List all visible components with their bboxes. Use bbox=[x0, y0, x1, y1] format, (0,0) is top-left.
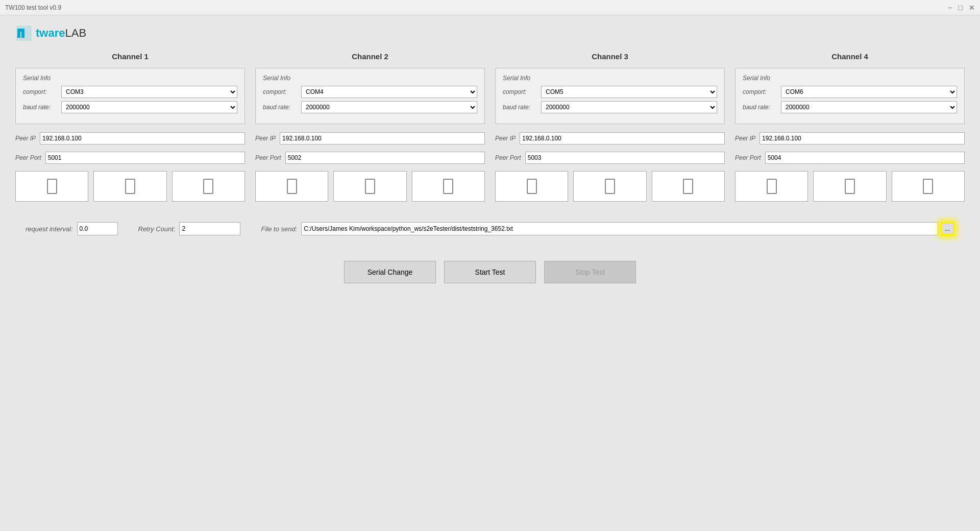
svg-rect-3 bbox=[17, 29, 24, 32]
channel-2-serial-info-label: Serial Info bbox=[263, 75, 477, 82]
channel-4-peerport-input[interactable] bbox=[765, 152, 965, 164]
channel-2-peerport-row: Peer Port bbox=[255, 152, 485, 164]
channel-3-title: Channel 3 bbox=[495, 52, 725, 61]
channel-1-serial-info-box: Serial Info comport: COM3COM1COM2COM4 ba… bbox=[15, 68, 245, 124]
start-test-button[interactable]: Start Test bbox=[444, 261, 536, 283]
channel-2-indicator-1 bbox=[255, 171, 328, 202]
channel-3-comport-label: comport: bbox=[503, 88, 541, 95]
channel-4-indicator-1 bbox=[735, 171, 808, 202]
channel-1-baudrate-label: baud rate: bbox=[23, 104, 61, 111]
file-to-send-label: File to send: bbox=[261, 225, 297, 233]
channel-1-baudrate-row: baud rate: 20000009600115200 bbox=[23, 101, 237, 113]
logo-text: twareLAB bbox=[36, 27, 86, 40]
actions-row: Serial Change Start Test Stop Test bbox=[15, 261, 965, 283]
channel-2-indicator-3 bbox=[412, 171, 485, 202]
channel-1-indicator-icon-3 bbox=[203, 179, 213, 194]
logo: twareLAB bbox=[15, 25, 86, 42]
channel-3: Channel 3 Serial Info comport: COM5COM1C… bbox=[495, 52, 725, 207]
channel-1-title: Channel 1 bbox=[15, 52, 245, 61]
channel-4-comport-row: comport: COM6COM1COM2COM3 bbox=[743, 86, 957, 98]
channel-3-baudrate-select[interactable]: 20000009600115200 bbox=[541, 101, 717, 113]
channel-4-peerip-row: Peer IP bbox=[735, 132, 965, 144]
channel-2-peerip-row: Peer IP bbox=[255, 132, 485, 144]
minimize-button[interactable]: − bbox=[948, 4, 952, 12]
channel-3-indicator-icon-2 bbox=[605, 179, 615, 194]
stop-test-button[interactable]: Stop Test bbox=[544, 261, 636, 283]
channel-4-indicators bbox=[735, 171, 965, 202]
file-browse-button[interactable]: ... bbox=[940, 222, 954, 235]
channel-1-indicator-3 bbox=[172, 171, 245, 202]
request-interval-label: request interval: bbox=[26, 225, 73, 233]
channel-2-baudrate-select[interactable]: 20000009600115200 bbox=[301, 101, 477, 113]
file-to-send-input[interactable] bbox=[301, 222, 938, 235]
channel-4-peerport-row: Peer Port bbox=[735, 152, 965, 164]
file-to-send-group: File to send: ... bbox=[261, 222, 954, 235]
channel-4-indicator-icon-3 bbox=[923, 179, 933, 194]
channel-3-indicators bbox=[495, 171, 725, 202]
channel-1-indicator-2 bbox=[93, 171, 166, 202]
channel-1-indicator-1 bbox=[15, 171, 88, 202]
channel-3-peerip-row: Peer IP bbox=[495, 132, 725, 144]
channel-4-baudrate-label: baud rate: bbox=[743, 104, 781, 111]
serial-change-button[interactable]: Serial Change bbox=[344, 261, 436, 283]
channel-1-indicator-icon-2 bbox=[125, 179, 135, 194]
channel-3-comport-row: comport: COM5COM1COM2COM3 bbox=[503, 86, 717, 98]
channel-2-comport-select[interactable]: COM4COM1COM2COM3 bbox=[301, 86, 477, 98]
channel-3-peerport-label: Peer Port bbox=[495, 154, 521, 161]
channel-2-baudrate-label: baud rate: bbox=[263, 104, 301, 111]
channel-4-peerip-input[interactable] bbox=[760, 132, 965, 144]
channel-4-comport-select[interactable]: COM6COM1COM2COM3 bbox=[781, 86, 957, 98]
titlebar-text: TW100 test tool v0.9 bbox=[5, 4, 61, 11]
channel-3-indicator-1 bbox=[495, 171, 568, 202]
channel-1-comport-label: comport: bbox=[23, 88, 61, 95]
channel-3-indicator-2 bbox=[573, 171, 646, 202]
channel-3-indicator-3 bbox=[652, 171, 725, 202]
channel-4-title: Channel 4 bbox=[735, 52, 965, 61]
channel-2-peerport-input[interactable] bbox=[285, 152, 485, 164]
channel-1-baudrate-select[interactable]: 20000009600115200 bbox=[61, 101, 237, 113]
channel-2-indicators bbox=[255, 171, 485, 202]
channel-4-serial-info-label: Serial Info bbox=[743, 75, 957, 82]
channel-4-indicator-2 bbox=[813, 171, 886, 202]
channel-2-baudrate-row: baud rate: 20000009600115200 bbox=[263, 101, 477, 113]
channel-1: Channel 1 Serial Info comport: COM3COM1C… bbox=[15, 52, 245, 207]
channel-4-peerip-label: Peer IP bbox=[735, 135, 755, 142]
channel-4-baudrate-select[interactable]: 20000009600115200 bbox=[781, 101, 957, 113]
channel-3-peerport-row: Peer Port bbox=[495, 152, 725, 164]
channel-4: Channel 4 Serial Info comport: COM6COM1C… bbox=[735, 52, 965, 207]
main-content: Channel 1 Serial Info comport: COM3COM1C… bbox=[0, 47, 980, 294]
channel-1-serial-info-label: Serial Info bbox=[23, 75, 237, 82]
channel-2-indicator-2 bbox=[333, 171, 406, 202]
channel-2-peerip-input[interactable] bbox=[280, 132, 485, 144]
channel-2-serial-info-box: Serial Info comport: COM4COM1COM2COM3 ba… bbox=[255, 68, 485, 124]
channel-3-baudrate-label: baud rate: bbox=[503, 104, 541, 111]
request-interval-group: request interval: bbox=[26, 222, 118, 235]
channel-3-indicator-icon-3 bbox=[683, 179, 693, 194]
maximize-button[interactable]: □ bbox=[959, 4, 963, 12]
channel-1-peerport-input[interactable] bbox=[45, 152, 245, 164]
close-button[interactable]: ✕ bbox=[969, 4, 975, 12]
retry-count-input[interactable] bbox=[179, 222, 240, 235]
channel-3-serial-info-label: Serial Info bbox=[503, 75, 717, 82]
channel-3-serial-info-box: Serial Info comport: COM5COM1COM2COM3 ba… bbox=[495, 68, 725, 124]
channel-1-indicators bbox=[15, 171, 245, 202]
request-interval-input[interactable] bbox=[77, 222, 118, 235]
channel-1-peerport-row: Peer Port bbox=[15, 152, 245, 164]
channel-4-peerport-label: Peer Port bbox=[735, 154, 761, 161]
channel-2-indicator-icon-2 bbox=[365, 179, 375, 194]
channel-1-peerip-row: Peer IP bbox=[15, 132, 245, 144]
channel-2-indicator-icon-3 bbox=[443, 179, 453, 194]
channel-2-comport-label: comport: bbox=[263, 88, 301, 95]
channel-4-indicator-3 bbox=[892, 171, 965, 202]
channel-4-comport-label: comport: bbox=[743, 88, 781, 95]
channel-3-peerport-input[interactable] bbox=[525, 152, 725, 164]
channel-1-comport-select[interactable]: COM3COM1COM2COM4 bbox=[61, 86, 237, 98]
channel-1-peerip-input[interactable] bbox=[40, 132, 245, 144]
channel-3-peerip-input[interactable] bbox=[520, 132, 725, 144]
channel-1-indicator-icon-1 bbox=[47, 179, 57, 194]
channel-1-peerport-label: Peer Port bbox=[15, 154, 41, 161]
channel-2-peerport-label: Peer Port bbox=[255, 154, 281, 161]
channel-3-comport-select[interactable]: COM5COM1COM2COM3 bbox=[541, 86, 717, 98]
channel-1-comport-row: comport: COM3COM1COM2COM4 bbox=[23, 86, 237, 98]
channel-2-peerip-label: Peer IP bbox=[255, 135, 276, 142]
